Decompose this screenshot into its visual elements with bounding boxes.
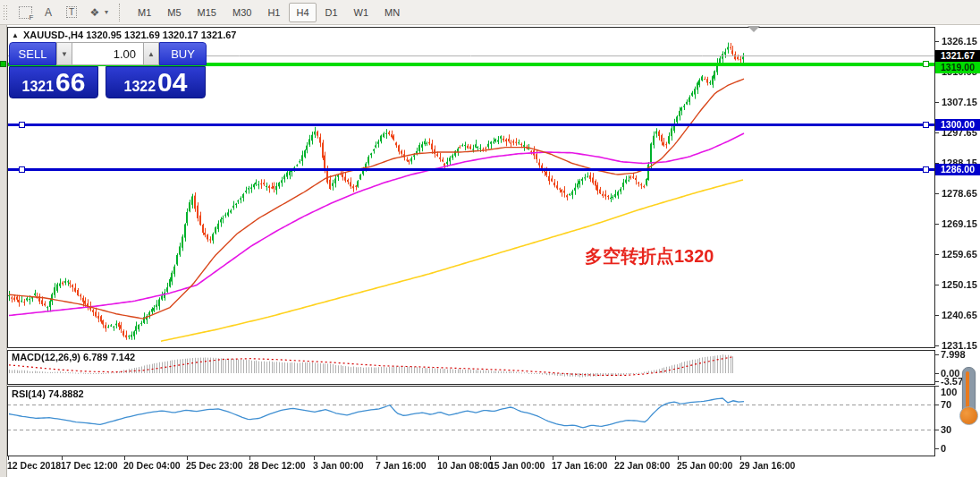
objects-icon[interactable]: ❖: [84, 2, 106, 23]
date-tick-label: 25 Jan 00:00: [677, 460, 732, 471]
date-tick-label: 25 Dec 23:00: [186, 460, 243, 471]
macd-scale-label: 7.998: [941, 349, 966, 360]
objects-glyph: ❖: [90, 6, 100, 19]
price-tick-label: 1259.65: [942, 249, 977, 260]
frame-f-letter: F: [30, 14, 34, 21]
date-tick-label: 20 Dec 04:00: [123, 460, 181, 471]
timeframe-button-h4[interactable]: H4: [289, 3, 316, 22]
time-axis[interactable]: 12 Dec 201817 Dec 12:0020 Dec 04:0025 De…: [7, 456, 935, 477]
level-handle-right-1286[interactable]: [923, 166, 929, 173]
rsi-scale-label: 70: [941, 399, 951, 410]
level-handle-right-1300[interactable]: [923, 122, 929, 128]
price-marker-1286-00: 1286.00: [935, 164, 980, 175]
price-marker-1321-67: 1321.67: [935, 50, 980, 62]
bid-price-display[interactable]: 1321 66: [9, 66, 98, 98]
timeframe-button-m30[interactable]: M30: [225, 3, 258, 22]
volume-input[interactable]: 1.00: [72, 42, 143, 65]
timeframe-button-m1[interactable]: M1: [131, 3, 158, 22]
text-label-icon[interactable]: T: [61, 2, 82, 23]
toolbar-grip[interactable]: [3, 4, 8, 21]
toolbar: F A T ❖ ▾ M1M5M15M30H1H4D1W1MN: [0, 0, 980, 25]
one-click-trading-panel: SELL ▼ 1.00 ▲ BUY 1321 66 1322 04: [9, 42, 207, 98]
bid-price-big: 66: [55, 67, 85, 98]
frame-f-icon[interactable]: F: [14, 2, 36, 23]
rsi-scale-label: 30: [941, 424, 951, 435]
chart-title-text: XAUUSD-,H4 1320.95 1321.69 1320.17 1321.…: [23, 30, 237, 40]
level-handle-left-1319[interactable]: [0, 61, 6, 67]
mt4-window: F A T ❖ ▾ M1M5M15M30H1H4D1W1MN ▲ XAUUSD-…: [0, 0, 980, 477]
timeframe-bar: M1M5M15M30H1H4D1W1MN: [130, 3, 408, 22]
chart-shift-marker-icon[interactable]: [748, 26, 760, 32]
volume-decrease-button[interactable]: ▼: [56, 42, 72, 65]
price-tick-label: 1269.15: [942, 218, 977, 229]
date-tick-label: 7 Jan 16:00: [376, 460, 427, 471]
timeframe-button-d1[interactable]: D1: [318, 3, 345, 22]
price-tick-label: 1240.65: [942, 310, 977, 320]
date-tick-label: 12 Dec 2018: [7, 460, 61, 471]
letter-a-icon[interactable]: A: [38, 2, 59, 23]
date-tick-label: 28 Dec 12:00: [249, 460, 306, 471]
date-tick-label: 17 Dec 12:00: [61, 460, 118, 471]
toolbar-separator: [119, 4, 124, 21]
objects-dropdown-caret[interactable]: ▾: [105, 8, 114, 16]
date-tick-label: 15 Jan 00:00: [489, 460, 545, 471]
timeframe-button-w1[interactable]: W1: [347, 3, 376, 22]
rsi-label: RSI(14) 74.8882: [12, 388, 84, 399]
letter-a-glyph: A: [45, 6, 52, 19]
rsi-scale-label: 0: [941, 443, 946, 454]
level-handle-right-1319[interactable]: [923, 61, 929, 67]
price-tick-label: 1326.15: [942, 36, 977, 47]
price-marker-1300-00: 1300.00: [935, 119, 980, 131]
date-tick-label: 22 Jan 08:00: [614, 460, 670, 471]
timeframe-button-h1[interactable]: H1: [260, 3, 287, 22]
ask-price-display[interactable]: 1322 04: [106, 66, 206, 98]
price-tick-label: 1250.15: [942, 279, 977, 290]
ask-price-small: 1322: [124, 79, 156, 95]
timeframe-button-m15[interactable]: M15: [190, 3, 224, 22]
price-tick-label: 1307.15: [942, 97, 977, 107]
price-tick-label: 1278.65: [942, 188, 977, 199]
buy-button[interactable]: BUY: [159, 42, 207, 65]
text-label-glyph: T: [66, 6, 77, 18]
frame-glyph: F: [19, 6, 32, 19]
date-tick-label: 17 Jan 16:00: [552, 460, 607, 471]
date-tick-label: 10 Jan 08:00: [437, 460, 493, 471]
chart-text-annotation: 多空转折点1320: [585, 244, 714, 268]
macd-label: MACD(12,26,9) 6.789 7.142: [12, 352, 135, 362]
rsi-scale-label: 100: [941, 387, 957, 397]
timeframe-button-mn[interactable]: MN: [377, 3, 407, 22]
collapse-trade-panel-icon[interactable]: ▲: [12, 31, 19, 39]
chart-title: ▲ XAUUSD-,H4 1320.95 1321.69 1320.17 132…: [12, 30, 236, 40]
date-tick-label: 29 Jan 16:00: [739, 460, 795, 471]
sell-button[interactable]: SELL: [9, 42, 56, 65]
thermometer-icon: [958, 367, 979, 431]
level-handle-left-1300[interactable]: [19, 122, 25, 128]
thermometer-bulb: [959, 406, 978, 425]
left-panel-strip: [0, 25, 7, 477]
timeframe-button-m5[interactable]: M5: [160, 3, 188, 22]
level-handle-left-1286[interactable]: [19, 166, 25, 173]
bid-price-small: 1321: [22, 79, 55, 95]
price-marker-1319-00: 1319.00: [935, 62, 980, 73]
volume-increase-button[interactable]: ▲: [143, 42, 159, 65]
date-tick-label: 3 Jan 00:00: [313, 460, 364, 471]
ask-price-big: 04: [157, 67, 187, 98]
